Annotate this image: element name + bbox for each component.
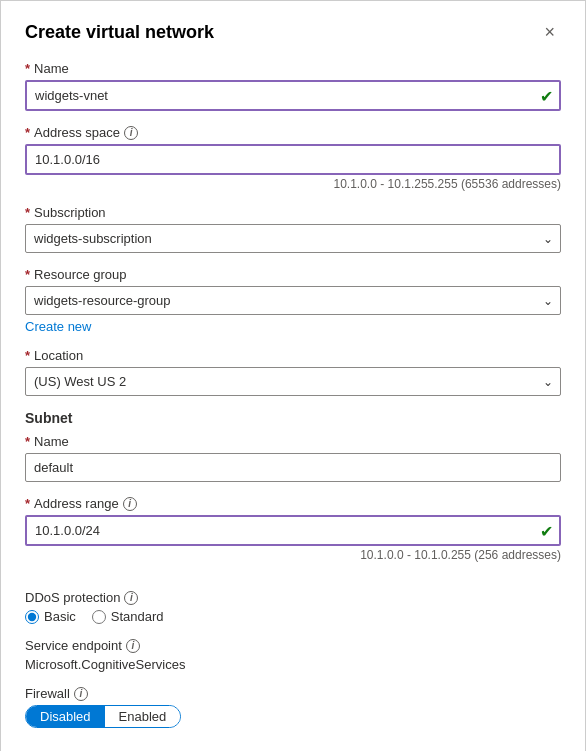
address-space-hint: 10.1.0.0 - 10.1.255.255 (65536 addresses… <box>25 177 561 191</box>
ddos-options: Basic Standard <box>25 609 561 624</box>
dialog-header: Create virtual network × <box>25 21 561 43</box>
address-range-required-star: * <box>25 496 30 511</box>
service-endpoint-info-icon[interactable]: i <box>126 639 140 653</box>
address-range-label: * Address range i <box>25 496 561 511</box>
service-endpoint-field-group: Service endpoint i Microsoft.CognitiveSe… <box>25 638 561 672</box>
firewall-info-icon[interactable]: i <box>74 687 88 701</box>
subscription-label: * Subscription <box>25 205 561 220</box>
create-button-row: Create <box>25 742 561 751</box>
ddos-label-text: DDoS protection <box>25 590 120 605</box>
service-endpoint-label-text: Service endpoint <box>25 638 122 653</box>
resource-group-select-wrapper: widgets-resource-group ⌄ <box>25 286 561 315</box>
ddos-basic-radio[interactable] <box>25 610 39 624</box>
subscription-label-text: Subscription <box>34 205 106 220</box>
address-space-required-star: * <box>25 125 30 140</box>
ddos-standard-option[interactable]: Standard <box>92 609 164 624</box>
resource-group-field-group: * Resource group widgets-resource-group … <box>25 267 561 334</box>
name-required-star: * <box>25 61 30 76</box>
address-range-hint: 10.1.0.0 - 10.1.0.255 (256 addresses) <box>25 548 561 562</box>
ddos-info-icon[interactable]: i <box>124 591 138 605</box>
firewall-label-text: Firewall <box>25 686 70 701</box>
firewall-disabled-button[interactable]: Disabled <box>26 706 105 727</box>
name-field-group: * Name ✔ <box>25 61 561 111</box>
resource-group-label-text: Resource group <box>34 267 127 282</box>
subscription-select[interactable]: widgets-subscription <box>25 224 561 253</box>
subnet-name-label-text: Name <box>34 434 69 449</box>
subnet-section: Subnet * Name * Address range i ✔ 10.1.0… <box>25 410 561 576</box>
address-space-input[interactable] <box>25 144 561 175</box>
subscription-required-star: * <box>25 205 30 220</box>
address-space-label-text: Address space <box>34 125 120 140</box>
ddos-standard-label: Standard <box>111 609 164 624</box>
subnet-name-field-group: * Name <box>25 434 561 482</box>
location-select[interactable]: (US) West US 2 <box>25 367 561 396</box>
create-new-link[interactable]: Create new <box>25 319 91 334</box>
location-field-group: * Location (US) West US 2 ⌄ <box>25 348 561 396</box>
address-range-label-text: Address range <box>34 496 119 511</box>
name-input-wrapper: ✔ <box>25 80 561 111</box>
resource-group-label: * Resource group <box>25 267 561 282</box>
address-space-field-group: * Address space i 10.1.0.0 - 10.1.255.25… <box>25 125 561 191</box>
create-virtual-network-dialog: Create virtual network × * Name ✔ * Addr… <box>0 0 586 751</box>
location-required-star: * <box>25 348 30 363</box>
name-input[interactable] <box>25 80 561 111</box>
location-label: * Location <box>25 348 561 363</box>
address-range-field-group: * Address range i ✔ 10.1.0.0 - 10.1.0.25… <box>25 496 561 562</box>
address-range-info-icon[interactable]: i <box>123 497 137 511</box>
name-label-text: Name <box>34 61 69 76</box>
ddos-field-group: DDoS protection i Basic Standard <box>25 590 561 624</box>
subscription-select-wrapper: widgets-subscription ⌄ <box>25 224 561 253</box>
address-range-check-icon: ✔ <box>540 521 553 540</box>
service-endpoint-label: Service endpoint i <box>25 638 561 653</box>
resource-group-required-star: * <box>25 267 30 282</box>
firewall-label: Firewall i <box>25 686 561 701</box>
ddos-basic-label: Basic <box>44 609 76 624</box>
firewall-enabled-button[interactable]: Enabled <box>105 706 181 727</box>
subscription-field-group: * Subscription widgets-subscription ⌄ <box>25 205 561 253</box>
name-label: * Name <box>25 61 561 76</box>
firewall-toggle-buttons: Disabled Enabled <box>25 705 181 728</box>
service-endpoint-value: Microsoft.CognitiveServices <box>25 657 561 672</box>
subnet-name-input[interactable] <box>25 453 561 482</box>
subnet-name-label: * Name <box>25 434 561 449</box>
resource-group-select[interactable]: widgets-resource-group <box>25 286 561 315</box>
name-check-icon: ✔ <box>540 86 553 105</box>
address-space-info-icon[interactable]: i <box>124 126 138 140</box>
ddos-standard-radio[interactable] <box>92 610 106 624</box>
close-button[interactable]: × <box>538 21 561 43</box>
address-range-input-wrapper: ✔ <box>25 515 561 546</box>
address-range-input[interactable] <box>25 515 561 546</box>
ddos-label: DDoS protection i <box>25 590 561 605</box>
location-select-wrapper: (US) West US 2 ⌄ <box>25 367 561 396</box>
subnet-section-label: Subnet <box>25 410 561 426</box>
subnet-name-required-star: * <box>25 434 30 449</box>
ddos-basic-option[interactable]: Basic <box>25 609 76 624</box>
address-space-label: * Address space i <box>25 125 561 140</box>
dialog-title: Create virtual network <box>25 22 214 43</box>
firewall-toggle-group: Disabled Enabled <box>25 705 561 728</box>
firewall-field-group: Firewall i Disabled Enabled <box>25 686 561 728</box>
location-label-text: Location <box>34 348 83 363</box>
